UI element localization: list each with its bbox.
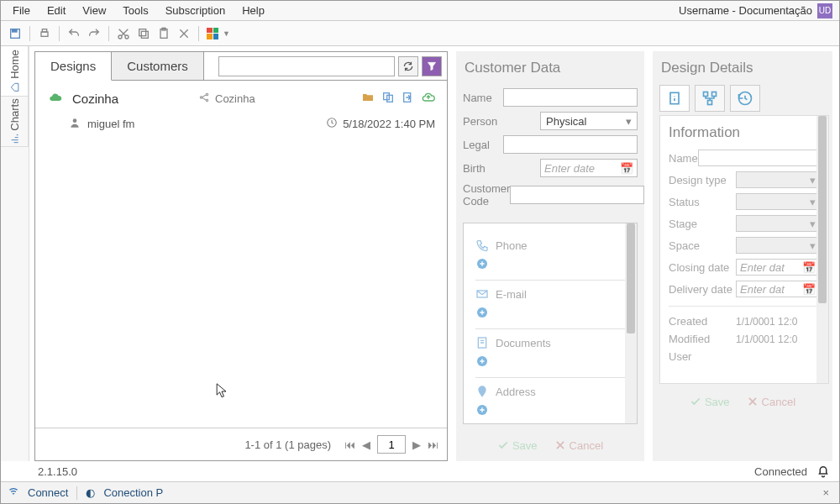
svg-rect-3	[42, 29, 46, 31]
scrollbar[interactable]	[625, 223, 637, 423]
upload-cloud-icon[interactable]	[422, 91, 435, 107]
menu-tools[interactable]: Tools	[114, 2, 156, 19]
pager-summary: 1-1 of 1 (1 pages)	[244, 438, 331, 451]
calendar-icon[interactable]: 📅	[620, 162, 633, 175]
person-icon	[69, 117, 81, 131]
calendar-icon[interactable]: 📅	[802, 261, 816, 274]
section-address: Address	[475, 385, 625, 398]
design-row[interactable]: Cozinha Cozinha	[44, 86, 438, 112]
menu-view[interactable]: View	[74, 2, 114, 19]
menu-file[interactable]: File	[4, 2, 39, 19]
sidetab-charts[interactable]: Charts	[1, 97, 29, 147]
label-closing: Closing date	[669, 261, 736, 274]
sidetab-home-label: Home	[8, 50, 21, 79]
pager-next-icon[interactable]: ▶	[412, 438, 421, 451]
cut-icon[interactable]	[114, 24, 133, 43]
input-birth-date[interactable]: Enter date📅	[540, 159, 638, 177]
input-delivery-date[interactable]: Enter dat📅	[736, 281, 820, 297]
input-customer-name[interactable]	[503, 88, 638, 107]
menu-help[interactable]: Help	[234, 2, 273, 19]
connection-p-label[interactable]: Conection P	[103, 486, 163, 499]
add-document-icon[interactable]	[475, 354, 625, 370]
copy-icon[interactable]	[134, 24, 153, 43]
refresh-button[interactable]	[398, 56, 418, 76]
folder-open-icon[interactable]	[361, 91, 375, 107]
chevron-down-icon: ▾	[810, 196, 816, 208]
cloud-icon	[47, 91, 64, 107]
customer-data-title: Customer Data	[456, 51, 644, 81]
section-email: E-mail	[475, 287, 625, 301]
menu-edit[interactable]: Edit	[39, 2, 74, 19]
label-design-type: Design type	[669, 174, 736, 186]
info-tab-icon[interactable]	[659, 85, 690, 112]
label-customer-code: Customer Code	[463, 182, 510, 207]
design-save-button[interactable]: Save	[690, 396, 730, 408]
tab-designs[interactable]: Designs	[35, 52, 112, 81]
section-documents: Documents	[475, 336, 625, 349]
menu-bar: File Edit View Tools Subscription Help U…	[1, 1, 839, 21]
add-phone-icon[interactable]	[475, 257, 625, 273]
pager: 1-1 of 1 (1 pages) ⏮ ◀ ▶ ⏭	[35, 428, 447, 460]
filter-button[interactable]	[422, 56, 442, 76]
label-stage: Stage	[669, 218, 736, 230]
bell-icon[interactable]	[816, 464, 831, 479]
svg-rect-25	[704, 92, 708, 97]
select-space[interactable]: ▾	[736, 237, 820, 254]
connect-button[interactable]: Connect	[28, 486, 68, 499]
print-icon[interactable]	[35, 24, 54, 43]
redo-icon[interactable]	[85, 24, 103, 43]
design-owner: miguel fm	[87, 118, 134, 130]
pager-last-icon[interactable]: ⏭	[428, 438, 438, 451]
sidetab-home[interactable]: Home	[1, 46, 29, 97]
user-avatar-badge[interactable]: UD	[817, 3, 832, 18]
input-design-name[interactable]	[698, 150, 823, 166]
graph-tab-icon[interactable]	[695, 85, 725, 112]
color-picker-icon[interactable]	[204, 25, 221, 42]
sidetab-charts-label: Charts	[8, 98, 21, 130]
input-legal[interactable]	[503, 135, 638, 154]
add-address-icon[interactable]	[475, 403, 625, 419]
customer-cancel-button[interactable]: Cancel	[554, 439, 603, 452]
design-cancel-button[interactable]: Cancel	[747, 396, 795, 408]
label-space: Space	[669, 239, 736, 252]
select-person-type[interactable]: Physical▾	[540, 112, 638, 130]
add-email-icon[interactable]	[475, 306, 625, 322]
input-closing-date[interactable]: Enter dat📅	[736, 259, 820, 276]
design-subrow[interactable]: miguel fm 5/18/2022 1:40 PM	[44, 112, 438, 136]
status-bar-upper: 2.1.15.0 Connected	[29, 461, 839, 481]
design-actions: Save Cancel	[653, 387, 832, 417]
export-icon[interactable]	[402, 91, 415, 107]
dropdown-caret-icon[interactable]: ▼	[223, 29, 230, 38]
design-date: 5/18/2022 1:40 PM	[343, 118, 435, 130]
search-input[interactable]	[218, 56, 395, 76]
svg-point-12	[206, 99, 207, 101]
select-stage[interactable]: ▾	[736, 215, 820, 232]
pager-prev-icon[interactable]: ◀	[362, 438, 370, 451]
duplicate-icon[interactable]	[381, 91, 395, 107]
history-tab-icon[interactable]	[730, 85, 760, 112]
select-status[interactable]: ▾	[736, 193, 820, 210]
svg-point-10	[200, 97, 202, 98]
tab-customers[interactable]: Customers	[112, 52, 204, 80]
pager-page-input[interactable]	[377, 435, 406, 454]
svg-rect-26	[712, 92, 717, 97]
input-customer-code[interactable]	[510, 186, 644, 204]
pager-first-icon[interactable]: ⏮	[344, 438, 355, 451]
contact-sections: Phone E-mail Documents Address	[463, 223, 638, 424]
label-user: User	[669, 350, 736, 363]
delete-icon[interactable]	[175, 24, 193, 43]
menu-subscription[interactable]: Subscription	[157, 2, 234, 19]
select-design-type[interactable]: ▾	[736, 171, 820, 188]
customer-data-panel: Customer Data Name Person Physical▾ Lega…	[456, 51, 644, 461]
undo-icon[interactable]	[65, 24, 83, 43]
label-person: Person	[463, 115, 540, 128]
close-statusbar-icon[interactable]: ×	[822, 486, 832, 499]
paste-icon[interactable]	[155, 24, 173, 43]
customer-save-button[interactable]: Save	[497, 439, 538, 452]
calendar-icon[interactable]: 📅	[802, 283, 816, 296]
chevron-down-icon: ▾	[810, 174, 816, 186]
side-tabstrip: Home Charts	[1, 46, 29, 461]
scrollbar[interactable]	[816, 116, 828, 383]
save-icon[interactable]	[6, 24, 24, 43]
value-created: 1/1/0001 12:0	[736, 316, 820, 328]
